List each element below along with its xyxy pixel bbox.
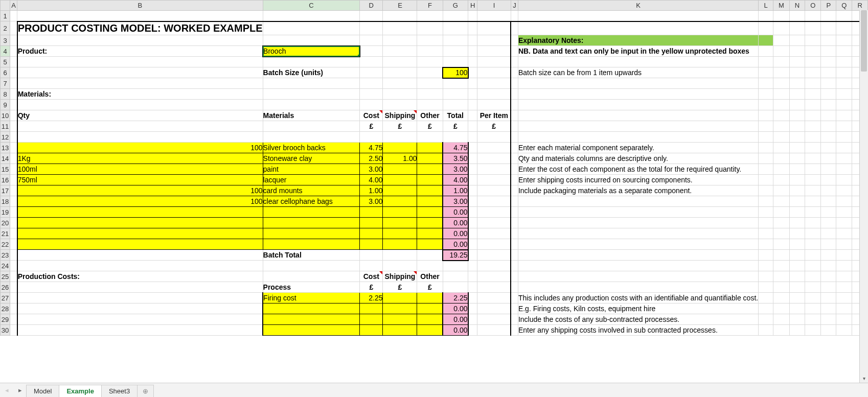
- cell[interactable]: [836, 132, 852, 143]
- cell[interactable]: [263, 100, 360, 110]
- cell[interactable]: [518, 271, 758, 282]
- cell[interactable]: [773, 35, 790, 46]
- cell[interactable]: [10, 78, 17, 89]
- cell[interactable]: [789, 314, 805, 325]
- cell[interactable]: [836, 325, 852, 336]
- cell[interactable]: [468, 164, 477, 175]
- cell[interactable]: [468, 250, 477, 261]
- cell[interactable]: [17, 303, 263, 314]
- cell[interactable]: [10, 228, 17, 239]
- cell[interactable]: 100ml: [17, 164, 263, 175]
- cell[interactable]: Per Item: [477, 110, 511, 121]
- cell[interactable]: lacquer: [263, 175, 360, 185]
- cell[interactable]: [759, 303, 773, 314]
- sheet-tab[interactable]: Model: [26, 385, 59, 397]
- cell[interactable]: 0.00: [443, 325, 468, 336]
- cell[interactable]: [417, 325, 443, 336]
- column-header[interactable]: K: [518, 1, 758, 11]
- cell[interactable]: [773, 228, 790, 239]
- row-header[interactable]: 3: [1, 35, 10, 46]
- cell[interactable]: £: [417, 282, 443, 293]
- cell[interactable]: [821, 78, 836, 89]
- cell[interactable]: [10, 100, 17, 110]
- cell[interactable]: [17, 132, 263, 143]
- cell[interactable]: [789, 46, 805, 57]
- cell[interactable]: 0.00: [443, 228, 468, 239]
- cell[interactable]: [511, 293, 518, 303]
- cell[interactable]: [360, 132, 383, 143]
- cell[interactable]: [805, 57, 821, 67]
- cell[interactable]: [759, 132, 773, 143]
- cell[interactable]: [836, 153, 852, 164]
- cell[interactable]: 0.00: [443, 218, 468, 228]
- cell[interactable]: [789, 293, 805, 303]
- cell[interactable]: [417, 11, 443, 21]
- cell[interactable]: 1.00: [360, 185, 383, 196]
- cell[interactable]: [17, 314, 263, 325]
- cell[interactable]: [263, 303, 360, 314]
- cell[interactable]: [518, 239, 758, 250]
- cell[interactable]: [383, 250, 417, 261]
- cell[interactable]: [468, 35, 477, 46]
- cell[interactable]: [759, 175, 773, 185]
- cell[interactable]: 1Kg: [17, 153, 263, 164]
- cell[interactable]: [836, 11, 852, 21]
- cell[interactable]: [477, 293, 511, 303]
- cell[interactable]: [511, 218, 518, 228]
- cell[interactable]: [836, 35, 852, 46]
- cell[interactable]: [417, 21, 443, 35]
- cell[interactable]: [263, 261, 360, 271]
- cell[interactable]: [477, 67, 511, 78]
- cell[interactable]: [511, 35, 518, 46]
- cell[interactable]: [518, 100, 758, 110]
- cell[interactable]: [10, 282, 17, 293]
- cell[interactable]: [789, 57, 805, 67]
- cell[interactable]: [383, 21, 417, 35]
- cell[interactable]: [383, 314, 417, 325]
- cell[interactable]: [805, 250, 821, 261]
- vertical-scrollbar[interactable]: ▾: [859, 10, 868, 383]
- cell[interactable]: [773, 303, 790, 314]
- cell[interactable]: [511, 175, 518, 185]
- cell[interactable]: 750ml: [17, 175, 263, 185]
- cell[interactable]: [383, 46, 417, 57]
- cell[interactable]: [10, 218, 17, 228]
- cell[interactable]: [468, 143, 477, 153]
- add-sheet-button[interactable]: ⊕: [137, 385, 154, 397]
- cell[interactable]: [805, 11, 821, 21]
- row-header[interactable]: 29: [1, 314, 10, 325]
- cell[interactable]: [10, 89, 17, 100]
- cell[interactable]: [518, 57, 758, 67]
- cell[interactable]: [417, 314, 443, 325]
- cell[interactable]: [821, 110, 836, 121]
- cell[interactable]: [468, 207, 477, 218]
- cell[interactable]: [789, 164, 805, 175]
- cell[interactable]: 4.75: [360, 143, 383, 153]
- cell[interactable]: [789, 153, 805, 164]
- cell[interactable]: [805, 21, 821, 35]
- cell[interactable]: [468, 239, 477, 250]
- cell[interactable]: [468, 89, 477, 100]
- cell[interactable]: [821, 228, 836, 239]
- cell[interactable]: [759, 35, 773, 46]
- cell[interactable]: [417, 164, 443, 175]
- cell[interactable]: [468, 67, 477, 78]
- cell[interactable]: [789, 303, 805, 314]
- cell[interactable]: [263, 271, 360, 282]
- cell[interactable]: [360, 303, 383, 314]
- cell[interactable]: [443, 100, 468, 110]
- row-header[interactable]: 17: [1, 185, 10, 196]
- cell[interactable]: 2.25: [360, 293, 383, 303]
- cell[interactable]: [17, 78, 263, 89]
- cell[interactable]: [417, 207, 443, 218]
- cell[interactable]: [805, 282, 821, 293]
- cell[interactable]: [511, 89, 518, 100]
- cell[interactable]: [360, 207, 383, 218]
- cell[interactable]: [468, 325, 477, 336]
- cell[interactable]: [773, 143, 790, 153]
- cell[interactable]: [836, 164, 852, 175]
- cell[interactable]: [417, 228, 443, 239]
- cell[interactable]: [263, 228, 360, 239]
- notes-material[interactable]: Enter shipping costs incurred on sourcin…: [518, 175, 758, 185]
- cell[interactable]: 0.00: [443, 303, 468, 314]
